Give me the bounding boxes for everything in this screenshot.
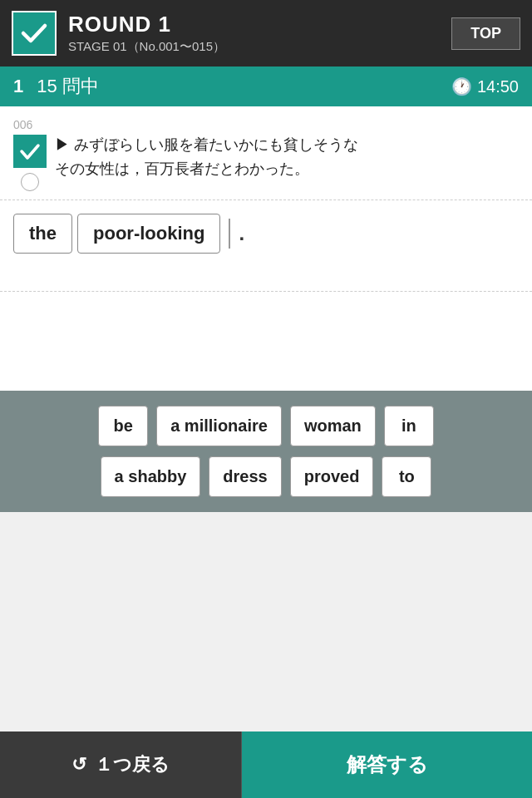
word-bank-row2: a shabby dress proved to [12, 456, 520, 497]
word-token-dress[interactable]: dress [209, 456, 281, 497]
word-token-to[interactable]: to [382, 456, 431, 497]
word-token-a-shabby[interactable]: a shabby [101, 456, 201, 497]
bottom-bar: ↺ １つ戻る 解答する [0, 732, 532, 798]
word-token-in[interactable]: in [384, 406, 434, 446]
timer: 🕐 14:50 [451, 76, 519, 96]
clock-icon: 🕐 [451, 76, 472, 96]
submit-button[interactable]: 解答する [242, 732, 532, 798]
checkbox-checked [13, 135, 47, 168]
question-area: 006 ▶ みずぼらしい服を着たいかにも貧しそうな その女性は，百万長者だとわか… [0, 106, 532, 200]
word-bank: be a millionaire woman in a shabby dress… [0, 391, 532, 512]
answer-period: . [239, 222, 244, 245]
answer-cursor [229, 219, 230, 249]
round-title: ROUND 1 [68, 12, 440, 37]
question-line2: その女性は，百万長者だとわかった。 [55, 160, 309, 177]
top-button[interactable]: TOP [451, 17, 520, 50]
answer-area: the poor-looking . [0, 200, 532, 291]
word-bank-row1: be a millionaire woman in [12, 406, 520, 446]
empty-answer-space [0, 291, 532, 391]
question-text: ▶ みずぼらしい服を着たいかにも貧しそうな その女性は，百万長者だとわかった。 [55, 133, 519, 181]
app-logo [12, 11, 57, 56]
question-line1: みずぼらしい服を着たいかにも貧しそうな [74, 136, 358, 153]
back-button-label: １つ戻る [95, 752, 170, 777]
question-count: 15 問中 [37, 74, 451, 99]
answer-tokens: the poor-looking . [13, 214, 519, 254]
answer-token-the[interactable]: the [13, 214, 72, 254]
checkbox-empty [21, 173, 39, 191]
word-token-woman[interactable]: woman [290, 406, 376, 446]
question-arrow: ▶ [55, 136, 70, 153]
word-token-a-millionaire[interactable]: a millionaire [156, 406, 282, 446]
back-icon: ↺ [71, 754, 86, 776]
question-header: ▶ みずぼらしい服を着たいかにも貧しそうな その女性は，百万長者だとわかった。 [13, 133, 519, 191]
timer-value: 14:50 [477, 77, 519, 96]
checkbox-area [13, 135, 47, 191]
header-title-block: ROUND 1 STAGE 01（No.001〜015） [68, 12, 440, 55]
word-token-be[interactable]: be [98, 406, 148, 446]
question-number-tag: 006 [13, 118, 519, 131]
back-button[interactable]: ↺ １つ戻る [0, 732, 242, 798]
header: ROUND 1 STAGE 01（No.001〜015） TOP [0, 0, 532, 66]
answer-separator [0, 291, 532, 306]
stage-subtitle: STAGE 01（No.001〜015） [68, 39, 440, 55]
answer-token-poor-looking[interactable]: poor-looking [77, 214, 220, 254]
word-token-proved[interactable]: proved [290, 456, 374, 497]
question-number: 1 [13, 76, 23, 97]
progress-bar: 1 15 問中 🕐 14:50 [0, 66, 532, 106]
